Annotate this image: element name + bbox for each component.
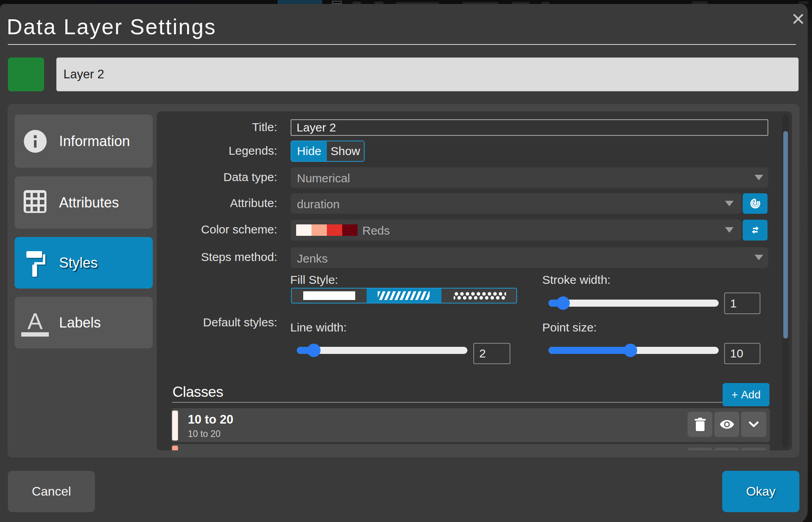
svg-text:A: A [28,312,43,334]
